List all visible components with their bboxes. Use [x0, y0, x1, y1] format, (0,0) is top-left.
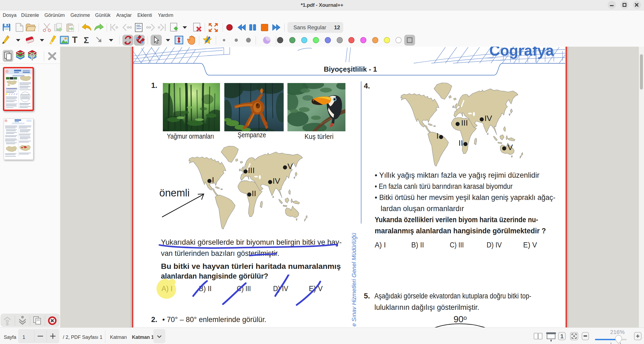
svg-text:II: II [458, 138, 463, 147]
svg-text:12: 12 [334, 24, 340, 30]
svg-text:1: 1 [560, 333, 564, 340]
svg-text:I: I [212, 175, 214, 184]
svg-text:II: II [252, 189, 256, 198]
svg-text:V: V [507, 143, 513, 152]
svg-text:I: I [436, 131, 439, 140]
svg-text:T: T [72, 35, 77, 45]
svg-text:III: III [248, 166, 255, 175]
svg-text:III: III [461, 118, 468, 127]
svg-text:V: V [287, 162, 293, 171]
svg-text:216%: 216% [610, 329, 625, 335]
svg-text:IV: IV [484, 114, 492, 123]
svg-text:Sans Regular: Sans Regular [293, 24, 326, 30]
svg-text:IV: IV [273, 176, 280, 185]
svg-text:Σ: Σ [84, 35, 89, 45]
